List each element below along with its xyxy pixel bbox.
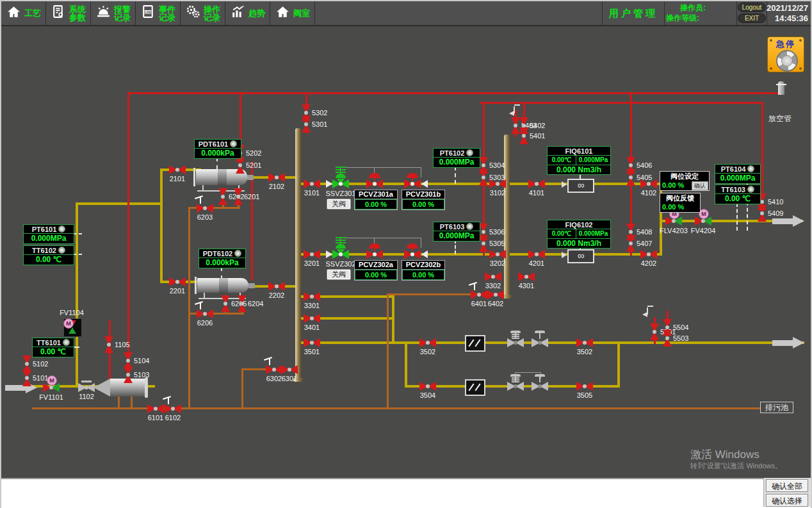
valve-6202[interactable] xyxy=(218,188,227,205)
valve-5303[interactable] xyxy=(479,169,488,186)
valve-5103[interactable] xyxy=(124,366,133,383)
display-PT6101[interactable]: PT61010.000MPa xyxy=(23,224,74,244)
valve-PCVZ301b[interactable] xyxy=(404,179,421,188)
display-TT6103[interactable]: TT61030.00 ℃ xyxy=(715,184,761,204)
display-PT6104[interactable]: PT61040.000MPa xyxy=(715,164,761,184)
valve-SSVZ301[interactable] xyxy=(332,179,349,188)
actuated-valve[interactable] xyxy=(532,338,548,347)
valve-4301[interactable] xyxy=(518,272,535,281)
valve-3504[interactable] xyxy=(419,382,436,391)
nav-item-报警记录[interactable]: 报警记录 xyxy=(91,1,136,25)
valve-3505[interactable] xyxy=(576,382,593,391)
valve-5401[interactable] xyxy=(519,127,528,144)
flow-meter-icon[interactable]: ∞ xyxy=(567,249,594,263)
ack-selected-button[interactable]: 确认选择 xyxy=(766,494,808,507)
valve-3301[interactable] xyxy=(304,292,320,301)
valve-4201[interactable] xyxy=(528,250,545,259)
gear-icon[interactable] xyxy=(230,140,237,147)
close-valve-button[interactable]: 关阀 xyxy=(327,269,351,280)
actuated-valve[interactable] xyxy=(507,338,524,347)
valve-4202[interactable] xyxy=(640,250,657,259)
valve-3501[interactable] xyxy=(304,338,320,347)
valve-6101[interactable] xyxy=(147,404,164,413)
display-PCVZ301b[interactable]: PCVZ301b0.00 % xyxy=(402,190,445,210)
nav-item-操作记录[interactable]: 操作记录 xyxy=(181,1,225,25)
valve-PCVZ301a[interactable] xyxy=(366,179,383,188)
display-TT6101[interactable]: TT61010.00 ℃ xyxy=(32,338,74,357)
filter-icon[interactable] xyxy=(465,335,485,352)
actuated-valve[interactable] xyxy=(507,382,524,391)
valve-6102[interactable] xyxy=(165,404,181,413)
valve-5409[interactable] xyxy=(758,205,767,222)
valve-3302[interactable] xyxy=(485,272,501,281)
valve-1102[interactable] xyxy=(78,383,95,392)
gear-icon[interactable] xyxy=(63,339,70,346)
gear-icon[interactable] xyxy=(747,165,754,172)
display-PT6102[interactable]: PT61020.000MPa xyxy=(433,148,480,168)
valve-5501[interactable] xyxy=(650,324,659,340)
flow-meter-icon[interactable]: ∞ xyxy=(567,179,594,193)
user-management-button[interactable]: 用户管理 xyxy=(602,1,665,25)
gear-icon[interactable] xyxy=(234,250,241,257)
display-PCVZ301a[interactable]: PCVZ301a0.00 % xyxy=(354,190,398,210)
actuated-valve[interactable] xyxy=(532,382,548,391)
valve-2102[interactable] xyxy=(268,173,285,182)
valve-feedback-display[interactable]: 阀位反馈 0.00 % xyxy=(660,193,701,213)
valve-3502[interactable] xyxy=(419,338,436,347)
valve-2101[interactable] xyxy=(169,165,186,174)
valve-6401[interactable] xyxy=(471,290,487,299)
valve-6205[interactable] xyxy=(221,295,230,312)
valve-6206[interactable] xyxy=(197,309,213,318)
valve-5305[interactable] xyxy=(479,235,488,252)
display-PDT6101[interactable]: PDT61010.000kPa xyxy=(194,139,241,159)
valve-3502[interactable] xyxy=(576,338,593,347)
valve-3101[interactable] xyxy=(304,179,320,188)
gear-icon[interactable] xyxy=(747,186,754,193)
nav-item-事件记录[interactable]: LOG事件记录 xyxy=(136,1,181,25)
display-FIQ6101[interactable]: FIQ61010.00℃0.000MPa0.000 Nm3/h xyxy=(547,146,611,175)
gear-icon[interactable] xyxy=(466,223,473,230)
valve-2202[interactable] xyxy=(268,282,285,291)
valve-6302[interactable] xyxy=(266,365,282,374)
valve-PCVZ302a[interactable] xyxy=(366,250,383,259)
valve-6301[interactable] xyxy=(281,365,298,374)
confirm-button[interactable]: 确认 xyxy=(692,181,708,190)
valve-1105[interactable] xyxy=(104,336,113,353)
valve-5503[interactable] xyxy=(663,330,672,347)
close-valve-button[interactable]: 关阀 xyxy=(327,199,351,209)
valve-3401[interactable] xyxy=(304,314,320,323)
display-PT6103[interactable]: PT61030.000MPa xyxy=(433,222,480,242)
ack-all-button[interactable]: 确认全部 xyxy=(766,479,808,492)
gear-icon[interactable] xyxy=(466,149,473,156)
display-FIQ6102[interactable]: FIQ61020.00℃0.000MPa0.000 Nm3/h xyxy=(547,220,611,249)
logout-button[interactable]: Logout xyxy=(738,3,766,12)
filter-icon[interactable] xyxy=(465,379,485,396)
valve-5407[interactable] xyxy=(626,235,635,252)
valve-6402[interactable] xyxy=(487,290,504,299)
valve-5201[interactable] xyxy=(236,157,245,174)
valve-2201[interactable] xyxy=(169,277,186,286)
valve-PCVZ302b[interactable] xyxy=(404,250,421,259)
valve-4101[interactable] xyxy=(528,179,545,188)
exit-button[interactable]: EXIT xyxy=(738,13,766,23)
display-PDT6102[interactable]: PDT61020.000kPa xyxy=(199,249,246,268)
nav-item-工艺[interactable]: 工艺 xyxy=(1,1,46,25)
valve-5403[interactable] xyxy=(511,117,520,134)
valve-6203[interactable] xyxy=(197,204,213,213)
display-PCVZ302b[interactable]: PCVZ302b0.00 % xyxy=(402,260,445,281)
gear-icon[interactable] xyxy=(58,225,65,233)
nav-item-阀室[interactable]: 阀室 xyxy=(270,1,315,25)
gear-icon[interactable] xyxy=(58,247,65,254)
nav-item-趋势[interactable]: 趋势 xyxy=(225,1,270,25)
valve-SSVZ302[interactable] xyxy=(332,250,349,259)
valve-setpoint-display[interactable]: 阀位设定 0.00 % 确认 xyxy=(660,171,710,191)
nav-item-系统参数[interactable]: 系统参数 xyxy=(46,1,91,25)
display-PCVZ302a[interactable]: PCVZ302a0.00 % xyxy=(354,260,398,281)
valve-6204[interactable] xyxy=(238,295,247,312)
display-TT6102[interactable]: TT61020.00 ℃ xyxy=(23,245,74,265)
valve-5101[interactable] xyxy=(22,370,31,386)
valve-5301[interactable] xyxy=(302,116,311,133)
valve-3201[interactable] xyxy=(304,250,320,259)
valve-5405[interactable] xyxy=(626,169,635,186)
valve-3202[interactable] xyxy=(489,250,506,259)
